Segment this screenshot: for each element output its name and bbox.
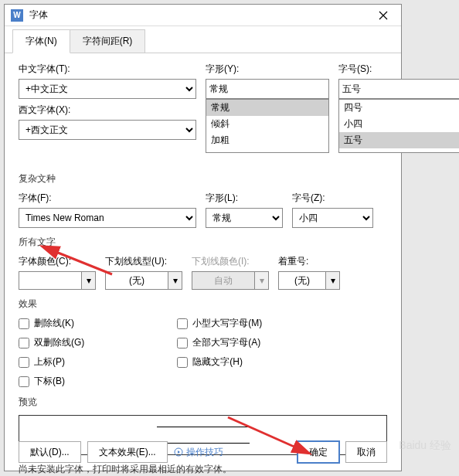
cancel-button[interactable]: 取消 — [345, 441, 387, 463]
sup-checkbox[interactable] — [19, 357, 29, 368]
complex-size-select[interactable]: 小四 — [292, 208, 373, 228]
complex-style-select[interactable]: 常规 — [206, 208, 283, 228]
list-item[interactable]: 常规 — [206, 100, 328, 116]
strike-label: 删除线(K) — [34, 317, 74, 330]
hidden-label: 隐藏文字(H) — [192, 355, 243, 369]
smallcaps-label: 小型大写字母(M) — [192, 317, 262, 330]
titlebar: W 字体 — [5, 5, 401, 26]
footer: 默认(D)... 文本效果(E)... 操作技巧 确定 取消 — [5, 441, 401, 463]
sub-checkbox[interactable] — [19, 376, 29, 387]
style-label: 字形(Y): — [206, 63, 329, 76]
color-preview — [19, 272, 81, 289]
app-icon: W — [11, 9, 23, 22]
cn-font-select[interactable]: +中文正文 — [19, 79, 196, 99]
list-item[interactable]: 五号 — [339, 132, 459, 148]
chevron-down-icon: ▾ — [325, 272, 339, 289]
smallcaps-checkbox[interactable] — [177, 318, 188, 329]
tab-content: 中文字体(T): +中文正文 字形(Y): 常规 倾斜 加粗 字号(S): 四号… — [5, 53, 401, 476]
preview-label: 预览 — [19, 396, 387, 409]
watermark: Baidu 经验 — [399, 439, 451, 453]
complex-style-label: 字形(L): — [206, 192, 283, 205]
font-color-picker[interactable]: ▾ — [19, 271, 96, 290]
style-listbox[interactable]: 常规 倾斜 加粗 — [206, 99, 329, 153]
ok-button[interactable]: 确定 — [298, 441, 339, 463]
list-item[interactable]: 四号 — [339, 100, 459, 116]
underline-label: 下划线线型(U): — [105, 255, 182, 268]
tips-link[interactable]: 操作技巧 — [174, 446, 223, 459]
close-button[interactable] — [372, 6, 395, 25]
underline-color-label: 下划线颜色(I): — [192, 255, 269, 268]
tab-font[interactable]: 字体(N) — [12, 29, 70, 53]
allcaps-label: 全部大写字母(A) — [192, 336, 260, 349]
list-item[interactable]: 倾斜 — [206, 116, 328, 132]
underline-select[interactable]: (无) ▾ — [105, 271, 182, 290]
strike-checkbox[interactable] — [19, 318, 29, 329]
emphasis-label: 着重号: — [278, 255, 340, 268]
play-icon — [174, 447, 183, 457]
dialog-title: 字体 — [29, 8, 372, 22]
list-item[interactable]: 小四 — [339, 116, 459, 132]
underline-color-select: 自动 ▾ — [192, 271, 269, 290]
complex-label: 复杂文种 — [19, 172, 387, 185]
emphasis-select[interactable]: (无) ▾ — [278, 271, 340, 290]
size-input[interactable] — [338, 79, 459, 99]
cn-font-label: 中文字体(T): — [19, 63, 196, 76]
size-label: 字号(S): — [338, 63, 459, 76]
size-listbox[interactable]: 四号 小四 五号 — [338, 99, 459, 153]
allcaps-checkbox[interactable] — [177, 338, 188, 348]
tab-bar: 字体(N) 字符间距(R) — [5, 26, 401, 53]
hidden-checkbox[interactable] — [177, 357, 188, 368]
all-text-label: 所有文字 — [19, 236, 387, 249]
dstrike-label: 双删除线(G) — [34, 336, 84, 349]
complex-font-select[interactable]: Times New Roman — [19, 208, 196, 228]
effects-label: 效果 — [19, 298, 387, 311]
sup-label: 上标(P) — [34, 355, 65, 369]
text-effects-button[interactable]: 文本效果(E)... — [87, 441, 168, 463]
en-font-label: 西文字体(X): — [19, 104, 196, 117]
close-icon — [379, 11, 388, 20]
sub-label: 下标(B) — [34, 375, 65, 388]
chevron-down-icon: ▾ — [168, 272, 182, 289]
font-color-label: 字体颜色(C): — [19, 255, 96, 268]
complex-size-label: 字号(Z): — [292, 192, 373, 205]
tab-spacing[interactable]: 字符间距(R) — [70, 29, 146, 53]
hint-text: 尚未安装此字体，打印时将采用最相近的有效字体。 — [19, 463, 387, 476]
dstrike-checkbox[interactable] — [19, 338, 29, 348]
chevron-down-icon: ▾ — [254, 272, 268, 289]
style-input[interactable] — [206, 79, 329, 99]
font-dialog: W 字体 字体(N) 字符间距(R) 中文字体(T): +中文正文 字形(Y):… — [4, 4, 402, 471]
complex-font-label: 字体(F): — [19, 192, 196, 205]
default-button[interactable]: 默认(D)... — [19, 441, 81, 463]
en-font-select[interactable]: +西文正文 — [19, 120, 196, 140]
list-item[interactable]: 加粗 — [206, 132, 328, 148]
chevron-down-icon: ▾ — [81, 272, 95, 289]
